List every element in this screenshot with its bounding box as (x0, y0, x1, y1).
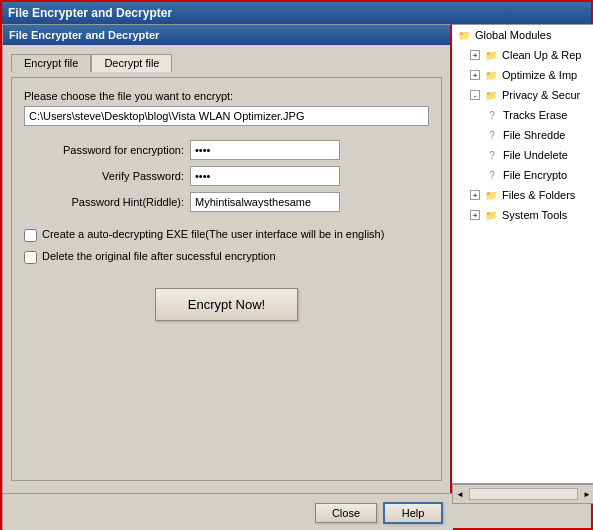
tree-item-shredder[interactable]: ? File Shredde (452, 125, 593, 145)
checkbox-exe[interactable] (24, 229, 37, 242)
outer-window: File Encrypter and Decrypter File Encryp… (0, 0, 593, 530)
file-undelete-icon: ? (484, 147, 500, 163)
tree-label-cleanup: Clean Up & Rep (502, 49, 582, 61)
file-tracks-icon: ? (484, 107, 500, 123)
checkbox-exe-row: Create a auto-decrypting EXE file(The us… (24, 228, 429, 242)
hint-input[interactable] (190, 192, 340, 212)
tree-item-cleanup[interactable]: + 📁 Clean Up & Rep (452, 45, 593, 65)
hint-label: Password Hint(Riddle): (24, 196, 184, 208)
checkbox-delete-row: Delete the original file after sucessful… (24, 250, 429, 264)
tree-label-privacy: Privacy & Secur (502, 89, 580, 101)
expand-system[interactable]: + (470, 210, 480, 220)
tree-label-system: System Tools (502, 209, 567, 221)
password-row: Password for encryption: (24, 140, 429, 160)
tab-decrypt[interactable]: Decrypt file (91, 54, 172, 72)
title-bar: File Encrypter and Decrypter (2, 2, 591, 24)
dialog-title-text: File Encrypter and Decrypter (9, 29, 159, 41)
window-title: File Encrypter and Decrypter (8, 6, 172, 20)
tree-label-files: Files & Folders (502, 189, 575, 201)
verify-input[interactable] (190, 166, 340, 186)
tree-item-system[interactable]: + 📁 System Tools (452, 205, 593, 225)
tree-label-global: Global Modules (475, 29, 551, 41)
scroll-bar-track[interactable] (469, 488, 578, 500)
tree-label-optimize: Optimize & Imp (502, 69, 577, 81)
folder-system-icon: 📁 (483, 207, 499, 223)
dialog-title-bar: File Encrypter and Decrypter (3, 25, 450, 45)
tree-item-tracks[interactable]: ? Tracks Erase (452, 105, 593, 125)
checkbox-delete[interactable] (24, 251, 37, 264)
tree-item-optimize[interactable]: + 📁 Optimize & Imp (452, 65, 593, 85)
tree-item-encryptor[interactable]: ? File Encrypto (452, 165, 593, 185)
file-shredder-icon: ? (484, 127, 500, 143)
tab-bar: Encrypt file Decrypt file (11, 53, 442, 71)
main-dialog: File Encrypter and Decrypter Encrypt fil… (2, 24, 452, 530)
expand-optimize[interactable]: + (470, 70, 480, 80)
horizontal-scrollbar: ◄ ► (452, 484, 593, 504)
file-encryptor-icon: ? (484, 167, 500, 183)
tree-label-shredder: File Shredde (503, 129, 565, 141)
help-button[interactable]: Help (383, 502, 443, 524)
hint-row: Password Hint(Riddle): (24, 192, 429, 212)
tab-encrypt[interactable]: Encrypt file (11, 54, 91, 72)
tree-panel: 📁 Global Modules + 📁 Clean Up & Rep + 📁 … (452, 24, 593, 484)
tree-item-undelete[interactable]: ? File Undelete (452, 145, 593, 165)
folder-optimize-icon: 📁 (483, 67, 499, 83)
file-section: Please choose the file you want to encry… (24, 90, 429, 126)
verify-label: Verify Password: (24, 170, 184, 182)
expand-cleanup[interactable]: + (470, 50, 480, 60)
dialog-content: Encrypt file Decrypt file Please choose … (3, 45, 450, 493)
expand-privacy[interactable]: - (470, 90, 480, 100)
tree-label-encryptor: File Encrypto (503, 169, 567, 181)
tree-label-undelete: File Undelete (503, 149, 568, 161)
file-path-input[interactable] (24, 106, 429, 126)
verify-row: Verify Password: (24, 166, 429, 186)
folder-cleanup-icon: 📁 (483, 47, 499, 63)
scroll-right-btn[interactable]: ► (580, 490, 593, 499)
checkbox-section: Create a auto-decrypting EXE file(The us… (24, 228, 429, 264)
tree-item-files[interactable]: + 📁 Files & Folders (452, 185, 593, 205)
checkbox-exe-label: Create a auto-decrypting EXE file(The us… (42, 228, 384, 240)
tree-label-tracks: Tracks Erase (503, 109, 567, 121)
password-label: Password for encryption: (24, 144, 184, 156)
file-choose-label: Please choose the file you want to encry… (24, 90, 429, 102)
tree-item-privacy[interactable]: - 📁 Privacy & Secur (452, 85, 593, 105)
close-button[interactable]: Close (315, 503, 377, 523)
password-input[interactable] (190, 140, 340, 160)
encrypt-btn-area: Encrypt Now! (24, 288, 429, 321)
folder-privacy-icon: 📁 (483, 87, 499, 103)
encrypt-now-button[interactable]: Encrypt Now! (155, 288, 298, 321)
tree-item-global[interactable]: 📁 Global Modules (452, 25, 593, 45)
folder-icon: 📁 (456, 27, 472, 43)
bottom-bar: Close Help (3, 493, 453, 530)
expand-files[interactable]: + (470, 190, 480, 200)
checkbox-delete-label: Delete the original file after sucessful… (42, 250, 276, 262)
scroll-left-btn[interactable]: ◄ (453, 490, 467, 499)
folder-files-icon: 📁 (483, 187, 499, 203)
encrypt-tab-content: Please choose the file you want to encry… (11, 77, 442, 481)
